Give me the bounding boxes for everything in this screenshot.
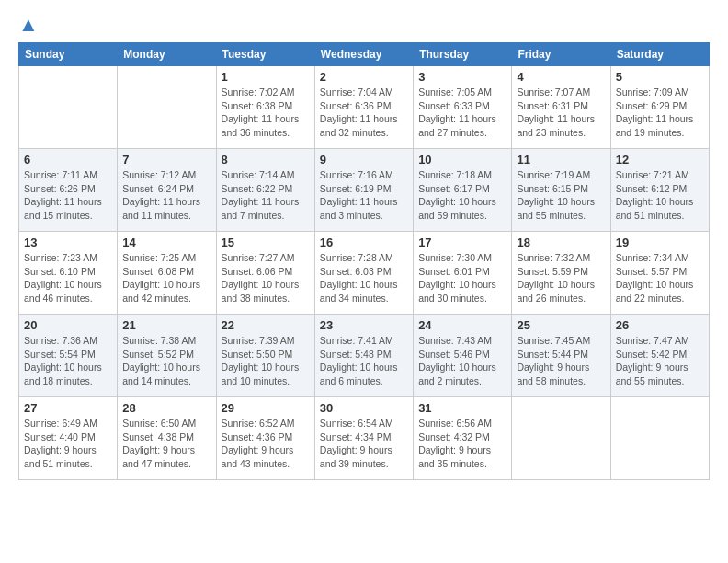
- day-info: Sunrise: 7:30 AM Sunset: 6:01 PM Dayligh…: [418, 251, 506, 305]
- calendar-cell: 23Sunrise: 7:41 AM Sunset: 5:48 PM Dayli…: [314, 315, 413, 397]
- day-number: 26: [616, 318, 704, 332]
- weekday-header-tuesday: Tuesday: [216, 43, 314, 66]
- calendar-cell: 12Sunrise: 7:21 AM Sunset: 6:12 PM Dayli…: [610, 149, 709, 232]
- calendar-cell: [19, 66, 118, 149]
- calendar-cell: 27Sunrise: 6:49 AM Sunset: 4:40 PM Dayli…: [19, 397, 118, 480]
- calendar-cell: 4Sunrise: 7:07 AM Sunset: 6:31 PM Daylig…: [512, 66, 610, 149]
- calendar-cell: 16Sunrise: 7:28 AM Sunset: 6:03 PM Dayli…: [314, 232, 413, 315]
- calendar-cell: 28Sunrise: 6:50 AM Sunset: 4:38 PM Dayli…: [118, 397, 216, 480]
- day-info: Sunrise: 7:16 AM Sunset: 6:19 PM Dayligh…: [320, 168, 408, 223]
- day-info: Sunrise: 7:27 AM Sunset: 6:06 PM Dayligh…: [222, 251, 310, 305]
- weekday-header-thursday: Thursday: [414, 43, 512, 66]
- day-info: Sunrise: 7:36 AM Sunset: 5:54 PM Dayligh…: [24, 334, 112, 388]
- day-info: Sunrise: 7:28 AM Sunset: 6:03 PM Dayligh…: [320, 251, 408, 305]
- logo: ▲: [18, 15, 40, 35]
- day-info: Sunrise: 7:41 AM Sunset: 5:48 PM Dayligh…: [320, 334, 408, 388]
- day-info: Sunrise: 6:49 AM Sunset: 4:40 PM Dayligh…: [24, 417, 112, 471]
- calendar-cell: 21Sunrise: 7:38 AM Sunset: 5:52 PM Dayli…: [118, 315, 216, 397]
- calendar-cell: [610, 397, 709, 480]
- calendar-cell: 9Sunrise: 7:16 AM Sunset: 6:19 PM Daylig…: [314, 149, 413, 232]
- day-number: 16: [320, 236, 408, 249]
- week-row-1: 1Sunrise: 7:02 AM Sunset: 6:38 PM Daylig…: [19, 66, 710, 149]
- day-info: Sunrise: 7:12 AM Sunset: 6:24 PM Dayligh…: [122, 168, 210, 223]
- week-row-5: 27Sunrise: 6:49 AM Sunset: 4:40 PM Dayli…: [19, 397, 710, 480]
- day-number: 14: [122, 236, 210, 249]
- day-info: Sunrise: 7:38 AM Sunset: 5:52 PM Dayligh…: [122, 334, 210, 388]
- calendar-cell: 24Sunrise: 7:43 AM Sunset: 5:46 PM Dayli…: [414, 315, 512, 397]
- day-number: 9: [320, 153, 408, 167]
- day-number: 6: [24, 153, 112, 167]
- day-info: Sunrise: 7:47 AM Sunset: 5:42 PM Dayligh…: [616, 334, 704, 388]
- day-info: Sunrise: 7:39 AM Sunset: 5:50 PM Dayligh…: [222, 334, 310, 388]
- day-number: 3: [418, 70, 506, 84]
- day-number: 8: [222, 153, 310, 167]
- calendar-cell: 3Sunrise: 7:05 AM Sunset: 6:33 PM Daylig…: [414, 66, 512, 149]
- calendar-cell: 11Sunrise: 7:19 AM Sunset: 6:15 PM Dayli…: [512, 149, 610, 232]
- day-info: Sunrise: 7:34 AM Sunset: 5:57 PM Dayligh…: [616, 251, 704, 305]
- weekday-header-row: SundayMondayTuesdayWednesdayThursdayFrid…: [19, 43, 710, 66]
- calendar-cell: [118, 66, 216, 149]
- day-number: 4: [517, 70, 605, 84]
- calendar-cell: 25Sunrise: 7:45 AM Sunset: 5:44 PM Dayli…: [512, 315, 610, 397]
- week-row-4: 20Sunrise: 7:36 AM Sunset: 5:54 PM Dayli…: [19, 315, 710, 397]
- day-number: 18: [517, 236, 605, 249]
- day-number: 2: [320, 70, 408, 84]
- day-info: Sunrise: 7:09 AM Sunset: 6:29 PM Dayligh…: [616, 86, 704, 140]
- day-info: Sunrise: 7:14 AM Sunset: 6:22 PM Dayligh…: [222, 168, 310, 223]
- day-info: Sunrise: 6:54 AM Sunset: 4:34 PM Dayligh…: [320, 417, 408, 471]
- day-number: 19: [616, 236, 704, 249]
- calendar-cell: 7Sunrise: 7:12 AM Sunset: 6:24 PM Daylig…: [118, 149, 216, 232]
- day-number: 28: [122, 401, 210, 415]
- calendar-cell: 13Sunrise: 7:23 AM Sunset: 6:10 PM Dayli…: [19, 232, 118, 315]
- day-number: 23: [320, 318, 408, 332]
- weekday-header-monday: Monday: [118, 43, 216, 66]
- calendar-cell: 22Sunrise: 7:39 AM Sunset: 5:50 PM Dayli…: [216, 315, 314, 397]
- day-info: Sunrise: 7:11 AM Sunset: 6:26 PM Dayligh…: [24, 168, 112, 223]
- day-number: 22: [222, 318, 310, 332]
- calendar-cell: 2Sunrise: 7:04 AM Sunset: 6:36 PM Daylig…: [314, 66, 413, 149]
- calendar-cell: 18Sunrise: 7:32 AM Sunset: 5:59 PM Dayli…: [512, 232, 610, 315]
- calendar-cell: 30Sunrise: 6:54 AM Sunset: 4:34 PM Dayli…: [314, 397, 413, 480]
- weekday-header-saturday: Saturday: [610, 43, 709, 66]
- day-info: Sunrise: 7:45 AM Sunset: 5:44 PM Dayligh…: [517, 334, 605, 388]
- calendar-cell: 10Sunrise: 7:18 AM Sunset: 6:17 PM Dayli…: [414, 149, 512, 232]
- calendar-cell: 20Sunrise: 7:36 AM Sunset: 5:54 PM Dayli…: [19, 315, 118, 397]
- day-number: 20: [24, 318, 112, 332]
- day-info: Sunrise: 7:19 AM Sunset: 6:15 PM Dayligh…: [517, 168, 605, 223]
- day-number: 30: [320, 401, 408, 415]
- calendar-cell: 5Sunrise: 7:09 AM Sunset: 6:29 PM Daylig…: [610, 66, 709, 149]
- day-info: Sunrise: 7:23 AM Sunset: 6:10 PM Dayligh…: [24, 251, 112, 305]
- day-info: Sunrise: 7:07 AM Sunset: 6:31 PM Dayligh…: [517, 86, 605, 140]
- day-info: Sunrise: 7:05 AM Sunset: 6:33 PM Dayligh…: [418, 86, 506, 140]
- day-info: Sunrise: 7:43 AM Sunset: 5:46 PM Dayligh…: [418, 334, 506, 388]
- calendar-cell: 8Sunrise: 7:14 AM Sunset: 6:22 PM Daylig…: [216, 149, 314, 232]
- calendar-cell: 31Sunrise: 6:56 AM Sunset: 4:32 PM Dayli…: [414, 397, 512, 480]
- day-info: Sunrise: 6:50 AM Sunset: 4:38 PM Dayligh…: [122, 417, 210, 471]
- weekday-header-sunday: Sunday: [19, 43, 118, 66]
- day-number: 5: [616, 70, 704, 84]
- calendar-cell: 6Sunrise: 7:11 AM Sunset: 6:26 PM Daylig…: [19, 149, 118, 232]
- day-info: Sunrise: 7:18 AM Sunset: 6:17 PM Dayligh…: [418, 168, 506, 223]
- day-info: Sunrise: 7:25 AM Sunset: 6:08 PM Dayligh…: [122, 251, 210, 305]
- day-number: 12: [616, 153, 704, 167]
- day-info: Sunrise: 7:32 AM Sunset: 5:59 PM Dayligh…: [517, 251, 605, 305]
- day-number: 1: [222, 70, 310, 84]
- day-number: 17: [418, 236, 506, 249]
- calendar-cell: [512, 397, 610, 480]
- day-number: 11: [517, 153, 605, 167]
- week-row-3: 13Sunrise: 7:23 AM Sunset: 6:10 PM Dayli…: [19, 232, 710, 315]
- day-number: 10: [418, 153, 506, 167]
- day-number: 27: [24, 401, 112, 415]
- calendar-cell: 15Sunrise: 7:27 AM Sunset: 6:06 PM Dayli…: [216, 232, 314, 315]
- day-info: Sunrise: 7:02 AM Sunset: 6:38 PM Dayligh…: [222, 86, 310, 140]
- calendar-cell: 29Sunrise: 6:52 AM Sunset: 4:36 PM Dayli…: [216, 397, 314, 480]
- calendar-cell: 26Sunrise: 7:47 AM Sunset: 5:42 PM Dayli…: [610, 315, 709, 397]
- day-number: 13: [24, 236, 112, 249]
- day-number: 29: [222, 401, 310, 415]
- day-info: Sunrise: 6:52 AM Sunset: 4:36 PM Dayligh…: [222, 417, 310, 471]
- day-info: Sunrise: 7:21 AM Sunset: 6:12 PM Dayligh…: [616, 168, 704, 223]
- day-number: 24: [418, 318, 506, 332]
- day-info: Sunrise: 7:04 AM Sunset: 6:36 PM Dayligh…: [320, 86, 408, 140]
- calendar-cell: 14Sunrise: 7:25 AM Sunset: 6:08 PM Dayli…: [118, 232, 216, 315]
- calendar-cell: 1Sunrise: 7:02 AM Sunset: 6:38 PM Daylig…: [216, 66, 314, 149]
